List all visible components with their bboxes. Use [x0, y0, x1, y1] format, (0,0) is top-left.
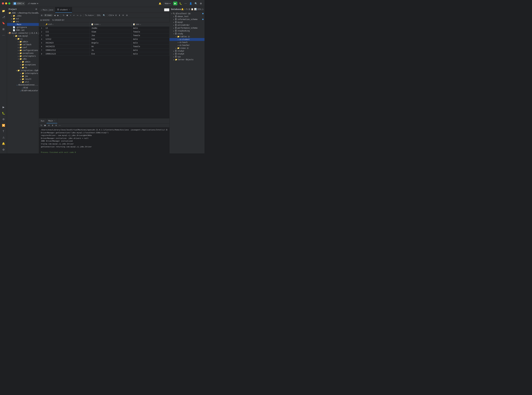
db-notification-button[interactable]: 🔔 — [181, 8, 184, 10]
db-tree-item-study4[interactable]: ▶🗄study4 — [169, 52, 205, 55]
db-tree-item-staybooking[interactable]: ▶🗄staybooking — [169, 29, 205, 32]
table-row[interactable]: 8 199013123 Eve male — [39, 52, 169, 56]
db-more-button[interactable]: ▷ — [202, 8, 204, 10]
account-button[interactable]: 👤 — [189, 2, 193, 5]
scroll-down-button[interactable]: ⬇ — [55, 124, 58, 127]
cell-sex[interactable]: male — [131, 26, 169, 30]
terminal-button[interactable]: T — [1, 129, 6, 134]
more-button[interactable]: ⋯ — [184, 2, 187, 5]
prev-page-button[interactable]: ◀ — [53, 14, 56, 17]
plugins-button[interactable]: ⋯ — [1, 33, 6, 38]
db-settings-button[interactable]: 📊 — [194, 8, 197, 10]
refresh-button[interactable]: ↻ — [62, 14, 65, 17]
structure-button[interactable]: ⊞ — [1, 27, 6, 32]
view-button[interactable]: 👁 — [122, 14, 125, 17]
table-row[interactable]: 3 133 Joe female — [39, 34, 169, 37]
db-tree-item-ebean_test[interactable]: ▶🗄ebean_test — [169, 15, 205, 18]
tree-item-jdbc-iml[interactable]: 📄 JDBC.iml — [7, 29, 39, 32]
table-row[interactable]: 2 111 SSam female — [39, 30, 169, 34]
cell-sid[interactable]: 199013123 — [44, 52, 90, 56]
cell-sex[interactable]: female — [131, 45, 169, 48]
tab-run[interactable]: Run — [39, 118, 47, 123]
cell-sid[interactable]: 199012312 — [44, 48, 90, 52]
project-selector[interactable]: JD JDBC ▾ — [12, 2, 25, 5]
export-button[interactable]: ⬆ — [114, 14, 117, 17]
db-tree-item-perf_schema[interactable]: ▶🗄performance_schema — [169, 27, 205, 29]
stop-run-button[interactable]: ⏹ — [43, 124, 47, 127]
db-tree-item-mysql[interactable]: ▶🗄mysql — [169, 21, 205, 24]
tree-item-cj[interactable]: ▼ 📁 cj — [7, 37, 39, 40]
search-button[interactable]: 🔍 — [194, 2, 198, 5]
table-row[interactable]: 7 199012312 Jo male — [39, 48, 169, 52]
undo-button[interactable]: ↩ — [72, 14, 76, 17]
settings-panel-button[interactable]: ⚙ — [1, 147, 6, 152]
where-filter-button[interactable]: ⊞ WHERE — [40, 19, 50, 21]
settings-icon[interactable]: ⚙ — [125, 14, 128, 17]
settings-button[interactable]: ⚙ — [199, 2, 203, 5]
cell-name[interactable]: Eve — [90, 52, 131, 56]
cell-sid[interactable]: 3423423 — [44, 41, 90, 45]
tree-item-blob-from-locator[interactable]: ☕ BlobFromLocator — [7, 89, 39, 92]
table-row[interactable]: 4 12312 Sam male — [39, 37, 169, 41]
tree-item-out[interactable]: ▶ 📁 out — [7, 17, 39, 20]
cell-name[interactable]: An — [90, 45, 131, 48]
tree-item-main[interactable]: ☕ Main — [7, 23, 39, 26]
tree-item-interceptors[interactable]: ▶ 📁 interceptors — [7, 55, 39, 58]
cell-sid[interactable]: 111 — [44, 30, 90, 34]
cell-name[interactable]: SSam — [90, 30, 131, 34]
debug-panel-button[interactable]: 🐛 — [1, 110, 6, 116]
redo-button[interactable]: ↪ — [76, 14, 79, 17]
run-button[interactable]: ▶ — [173, 2, 177, 5]
tab-student[interactable]: 🗄 student × — [55, 7, 72, 13]
db-tree-item-onlineOrder[interactable]: ▶🗄onlineOrder — [169, 24, 205, 27]
tab-close-icon[interactable]: × — [69, 9, 70, 11]
cell-sid[interactable]: 34234233 — [44, 45, 90, 48]
tree-item-util[interactable]: ▶ 📁 util — [7, 81, 39, 83]
vcs-button[interactable]: ⎇ — [1, 14, 6, 20]
tree-item-blob[interactable]: ☕ Blob — [7, 86, 39, 89]
db-tree-item-student-t[interactable]: ▶🗃student — [169, 38, 205, 41]
db-add-button[interactable]: + — [184, 8, 186, 10]
data-table-container[interactable]: 🔑 sid ⇅ 📝 name ⇅ — [39, 22, 169, 118]
cell-name[interactable]: Jo — [90, 48, 131, 52]
tx-dropdown[interactable]: Tx: Auto ▾ — [85, 14, 93, 16]
tab-close-icon[interactable]: × — [54, 120, 55, 122]
cell-sex[interactable]: male — [131, 37, 169, 41]
cell-sex[interactable]: male — [131, 48, 169, 52]
db-tree-item-server-objects[interactable]: ▶📁Server Objects — [169, 58, 205, 61]
cell-name[interactable]: Sam — [90, 37, 131, 41]
import-button[interactable]: ⬇ — [118, 14, 121, 17]
tree-item-src[interactable]: ▼ 📁 src — [7, 20, 39, 23]
close-button[interactable] — [2, 2, 4, 5]
submit-button[interactable]: ▷ — [80, 14, 82, 17]
db-tree-item-teach-t[interactable]: ▶🗃teach — [169, 41, 205, 44]
cell-sid[interactable]: 12312 — [44, 37, 90, 41]
bookmarks-button[interactable]: 🔖 — [1, 21, 6, 26]
tree-item-admin[interactable]: ▶ 📁 admin — [7, 40, 39, 43]
cell-name[interactable]: Angela — [90, 41, 131, 45]
tree-item-conf[interactable]: ▶ 📁 conf — [7, 46, 39, 49]
run-panel-button[interactable]: ▶ — [1, 104, 6, 110]
tree-item-jdbc-admin[interactable]: ▶ 📁 admin — [7, 60, 39, 63]
tree-item-idea[interactable]: ▶ 📁 .idea — [7, 14, 39, 17]
problems-button[interactable]: ⚠ — [1, 135, 6, 140]
tree-settings-button[interactable]: ⚙ — [35, 8, 37, 10]
cell-sid[interactable]: 13 — [44, 26, 90, 30]
cell-sex[interactable]: female — [131, 30, 169, 34]
tree-item-integration-c3p0[interactable]: ▶ 📁 integration.c3p0 — [7, 69, 39, 72]
notifications-icon-button[interactable]: 🔔 — [1, 141, 6, 146]
git-button[interactable]: 🔀 — [1, 123, 6, 128]
scroll-up-button[interactable]: ⬆ — [51, 124, 54, 127]
cell-sex[interactable]: female — [131, 34, 169, 37]
tree-item-callback[interactable]: ▶ 📁 callback — [7, 43, 39, 46]
services-button[interactable]: ⚙ — [1, 117, 6, 122]
col-header-sex[interactable]: 📝 sex ⇅ — [131, 22, 169, 26]
tree-item-ha[interactable]: ▶ 📁 ha — [7, 66, 39, 69]
db-tree-item-study2[interactable]: ▶🗄study2 — [169, 49, 205, 52]
cell-name[interactable]: Joe — [90, 34, 131, 37]
csv-dropdown[interactable]: CSV ▾ — [109, 14, 114, 16]
next-page-button[interactable]: ▶ — [57, 14, 60, 17]
tree-item-mysql-connector[interactable]: ▼ 📦 mysql-connector-j-8.2.0.jar — [7, 32, 39, 34]
db-tree-item-localhost[interactable]: ▼🔌@localhost10 — [169, 12, 205, 15]
db-tree-item-tables[interactable]: ▼📁tables3 — [169, 35, 205, 38]
